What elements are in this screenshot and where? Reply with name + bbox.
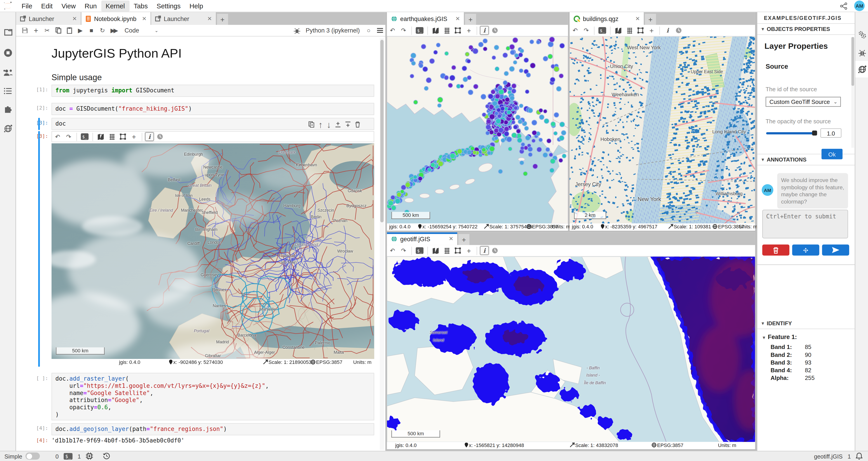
terminals-count[interactable]: 0: [55, 453, 59, 459]
grid-layer-icon[interactable]: [107, 132, 117, 141]
undo-icon[interactable]: ↶: [388, 26, 397, 35]
center-on-annotation-button[interactable]: [792, 244, 819, 256]
vector-layer-icon[interactable]: [453, 26, 463, 35]
close-icon[interactable]: ✕: [630, 15, 640, 22]
jupytergis-sidebar-icon[interactable]: [3, 123, 13, 134]
close-icon[interactable]: ✕: [443, 236, 454, 242]
copy-icon[interactable]: [53, 26, 63, 35]
current-file-status[interactable]: geotiff.jGIS: [814, 453, 843, 459]
temporal-controller-icon[interactable]: [490, 26, 500, 35]
save-icon[interactable]: [20, 26, 30, 35]
objects-properties-section-header[interactable]: ▾ OBJECTS PROPERTIES: [757, 24, 855, 35]
table-of-contents-icon[interactable]: [3, 86, 13, 96]
undo-icon[interactable]: ↶: [388, 246, 397, 256]
temporal-controller-icon[interactable]: [490, 246, 500, 256]
new-tab-button[interactable]: +: [458, 234, 469, 245]
duplicate-cell-icon[interactable]: [308, 120, 314, 130]
earthquakes-map-canvas[interactable]: 500 km: [387, 37, 568, 224]
menu-help[interactable]: Help: [185, 0, 208, 11]
file-browser-icon[interactable]: [3, 27, 13, 37]
menu-tabs[interactable]: Tabs: [129, 0, 152, 11]
panel-scrollbar[interactable]: [851, 37, 854, 148]
cell2-input[interactable]: doc = GISDocument("france_hiking.jGIS"): [52, 103, 374, 115]
basemap-icon[interactable]: [431, 246, 440, 256]
close-icon[interactable]: ✕: [67, 15, 77, 22]
basemap-icon[interactable]: [431, 26, 440, 35]
kernels-count[interactable]: 1: [78, 453, 81, 459]
raster-cell-input[interactable]: doc.add_raster_layer( url="https://mt1.g…: [52, 373, 374, 421]
run-icon[interactable]: ▶: [75, 26, 85, 35]
add-layer-icon[interactable]: +: [129, 132, 139, 141]
terminal-icon[interactable]: $_: [64, 453, 73, 459]
console-icon[interactable]: $_: [597, 26, 607, 35]
cell1-input[interactable]: from jupytergis import GISDocument: [52, 85, 374, 97]
restart-run-all-icon[interactable]: ▶▶: [108, 26, 119, 35]
identify-tool-icon[interactable]: i: [145, 132, 154, 141]
tab-launcher-1[interactable]: Launcher ✕: [16, 12, 81, 25]
share-icon[interactable]: [840, 2, 847, 10]
cell-type-select[interactable]: Code: [125, 27, 139, 34]
basemap-icon[interactable]: [613, 26, 623, 35]
paste-icon[interactable]: [64, 26, 74, 35]
opacity-value[interactable]: 1.0: [820, 128, 841, 138]
close-icon[interactable]: ✕: [450, 15, 460, 22]
bell-icon[interactable]: [856, 453, 862, 460]
delete-annotation-button[interactable]: [762, 244, 789, 256]
vector-layer-icon[interactable]: [118, 132, 128, 141]
menu-settings[interactable]: Settings: [152, 0, 185, 11]
insert-cell-below-icon[interactable]: [345, 120, 351, 130]
vector-layer-icon[interactable]: [453, 246, 463, 256]
redo-icon[interactable]: ↷: [64, 132, 74, 141]
move-cell-down-icon[interactable]: ↓: [327, 120, 331, 130]
identify-tool-icon[interactable]: i: [662, 26, 673, 35]
tab-notebook[interactable]: Notebook.ipynb ✕: [81, 12, 151, 25]
slider-thumb[interactable]: [812, 131, 817, 135]
undo-icon[interactable]: ↶: [570, 26, 580, 35]
kernel-name[interactable]: Python 3 (ipykernel): [306, 27, 360, 34]
temporal-controller-icon[interactable]: [155, 132, 165, 141]
stop-icon[interactable]: ■: [86, 26, 96, 35]
redo-icon[interactable]: ↷: [399, 246, 408, 256]
user-avatar[interactable]: AM: [854, 0, 865, 11]
grid-layer-icon[interactable]: [442, 246, 452, 256]
delete-cell-icon[interactable]: [355, 120, 360, 130]
insert-cell-above-icon[interactable]: [335, 120, 341, 130]
collaborators-icon[interactable]: [3, 68, 13, 78]
buildings-map-canvas[interactable]: West New YorkUnion CityWeehawkenHobokenJ…: [569, 37, 755, 224]
ok-button[interactable]: Ok: [822, 149, 842, 160]
console-icon[interactable]: $_: [414, 26, 425, 35]
new-tab-button[interactable]: +: [217, 14, 228, 25]
source-select[interactable]: Custom GeoTiff Source ⌄: [766, 97, 841, 107]
menu-edit[interactable]: Edit: [37, 0, 57, 11]
france-map-canvas[interactable]: EdinburghNewcastleupon TyneBelfastGreat …: [52, 143, 374, 359]
vector-layer-icon[interactable]: [636, 26, 645, 35]
restart-kernel-icon[interactable]: ↻: [97, 26, 107, 35]
add-layer-icon[interactable]: +: [464, 26, 474, 35]
menu-file[interactable]: File: [17, 0, 37, 11]
new-tab-button[interactable]: +: [465, 14, 476, 25]
basemap-icon[interactable]: [96, 132, 106, 141]
tab-launcher-2[interactable]: Launcher ✕: [151, 12, 216, 25]
close-icon[interactable]: ✕: [136, 15, 147, 22]
new-tab-button[interactable]: +: [645, 14, 656, 25]
feature-header[interactable]: ▾Feature 1:: [763, 334, 797, 340]
undo-icon[interactable]: ↶: [53, 132, 63, 141]
debugger-toggle-icon[interactable]: [292, 26, 302, 35]
submit-annotation-button[interactable]: [822, 244, 849, 256]
kernel-chip-icon[interactable]: [86, 453, 93, 460]
grid-layer-icon[interactable]: [624, 26, 634, 35]
annotation-input[interactable]: [762, 209, 848, 238]
simple-mode-toggle[interactable]: [26, 453, 40, 460]
temporal-controller-icon[interactable]: [674, 26, 684, 35]
redo-icon[interactable]: ↷: [581, 26, 591, 35]
cut-icon[interactable]: ✂: [42, 26, 52, 35]
property-inspector-icon[interactable]: [855, 26, 868, 42]
console-icon[interactable]: $_: [80, 132, 90, 141]
menu-view[interactable]: View: [57, 0, 80, 11]
notebook-scrollbar[interactable]: [380, 38, 384, 450]
menu-run[interactable]: Run: [80, 0, 101, 11]
redo-icon[interactable]: ↷: [399, 26, 408, 35]
panel-menu-icon[interactable]: [375, 26, 385, 35]
menu-kernel[interactable]: Kernel: [101, 0, 129, 11]
running-kernels-icon[interactable]: [3, 48, 13, 58]
